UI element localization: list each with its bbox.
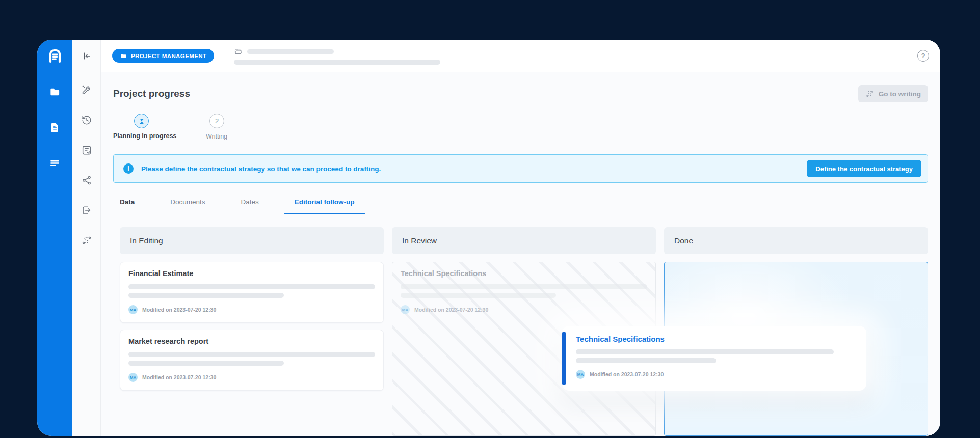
column-body: Financial Estimate MA Modified on 2023-0…	[120, 262, 384, 436]
document-icon[interactable]	[49, 122, 61, 133]
info-icon: i	[123, 163, 134, 174]
share-nodes-icon[interactable]	[81, 175, 92, 186]
project-management-badge[interactable]: PROJECT MANAGEMENT	[112, 49, 214, 63]
help-icon[interactable]: ?	[917, 50, 929, 62]
topbar: PROJECT MANAGEMENT ?	[101, 40, 940, 72]
card-title: Technical Specifications	[401, 269, 647, 278]
text-placeholder	[128, 361, 284, 366]
divider	[906, 49, 906, 63]
go-to-writing-label: Go to writing	[879, 90, 921, 98]
tool-sidebar	[72, 40, 101, 436]
step-2-indicator: 2	[209, 114, 224, 128]
primary-nav	[49, 86, 61, 169]
tool-nav	[81, 72, 92, 246]
modified-label: Modified on 2023-07-20 12:30	[142, 307, 216, 313]
tab-documents[interactable]: Documents	[170, 198, 205, 214]
avatar: MA	[128, 373, 138, 382]
column-header: In Review	[392, 227, 656, 254]
column-header: Done	[664, 227, 928, 254]
history-icon[interactable]	[81, 115, 92, 126]
text-placeholder	[128, 293, 284, 298]
modified-label: Modified on 2023-07-20 12:30	[142, 374, 216, 380]
info-banner: i Please define the contractual strategy…	[113, 154, 928, 183]
go-to-writing-button[interactable]: Go to writing	[858, 85, 928, 102]
card-financial-estimate[interactable]: Financial Estimate MA Modified on 2023-0…	[120, 262, 384, 323]
avatar: MA	[128, 305, 138, 314]
page-content: Project progress Go to writing 2 Plannin…	[101, 72, 940, 436]
step-1-label: Planning in progress	[113, 132, 176, 140]
card-market-research-report[interactable]: Market research report MA Modified on 20…	[120, 330, 384, 391]
text-placeholder	[128, 284, 375, 289]
define-contractual-strategy-button[interactable]: Define the contractual strategy	[807, 160, 921, 177]
tab-dates[interactable]: Dates	[241, 198, 259, 214]
step-2-number: 2	[215, 117, 219, 125]
modified-label: Modified on 2023-07-20 12:30	[590, 371, 664, 377]
page-title: Project progress	[113, 88, 190, 99]
card-technical-specifications-dragged[interactable]: Technical Specifications MA Modified on …	[562, 326, 866, 391]
breadcrumb	[234, 47, 906, 65]
memo-check-icon[interactable]	[81, 145, 92, 156]
column-header: In Editing	[120, 227, 384, 254]
app-logo-icon[interactable]	[46, 47, 64, 65]
column-in-editing: In Editing Financial Estimate MA Modifie…	[120, 227, 384, 436]
modified-label: Modified on 2023-07-20 12:30	[414, 307, 488, 313]
route-icon[interactable]	[81, 235, 92, 246]
folder-icon[interactable]	[49, 86, 61, 98]
hourglass-icon	[138, 118, 145, 125]
app-window: PROJECT MANAGEMENT ? Project progress	[37, 40, 940, 436]
tab-editorial-follow-up[interactable]: Editorial follow-up	[295, 198, 355, 214]
banner-message: Please define the contractual strategy s…	[141, 165, 807, 173]
text-placeholder	[401, 293, 556, 298]
export-icon[interactable]	[81, 205, 92, 216]
title-placeholder	[234, 60, 440, 65]
topbar-right: ?	[906, 49, 929, 63]
page-header: Project progress Go to writing	[113, 85, 928, 102]
collapse-left-icon[interactable]	[72, 40, 100, 72]
avatar: MA	[401, 305, 410, 314]
tab-bar: Data Documents Dates Editorial follow-up	[120, 198, 928, 214]
primary-sidebar	[37, 40, 72, 436]
avatar: MA	[576, 370, 585, 379]
text-placeholder	[128, 352, 375, 357]
step-2-label: Writting	[194, 133, 240, 140]
step-connector	[149, 121, 209, 121]
route-icon	[865, 89, 875, 98]
drag-accent-bar	[562, 332, 566, 385]
text-placeholder	[576, 349, 834, 354]
align-left-icon[interactable]	[49, 157, 61, 169]
badge-label: PROJECT MANAGEMENT	[131, 53, 206, 59]
card-title: Market research report	[128, 337, 375, 345]
tools-icon[interactable]	[81, 85, 92, 96]
folder-icon	[120, 52, 127, 60]
step-1-indicator	[134, 114, 149, 128]
card-technical-specifications-ghost: Technical Specifications MA Modified on …	[392, 262, 655, 321]
card-title: Technical Specifications	[576, 335, 856, 343]
progress-stepper: 2 Planning in progress Writting	[113, 114, 928, 144]
card-title: Financial Estimate	[128, 269, 375, 278]
step-connector-dashed	[225, 121, 288, 121]
divider	[224, 49, 224, 63]
text-placeholder	[401, 284, 647, 289]
text-placeholder	[576, 358, 716, 363]
breadcrumb-placeholder	[247, 49, 334, 54]
main-area: PROJECT MANAGEMENT ? Project progress	[101, 40, 940, 436]
open-folder-icon	[234, 47, 243, 56]
tab-data[interactable]: Data	[120, 198, 135, 214]
